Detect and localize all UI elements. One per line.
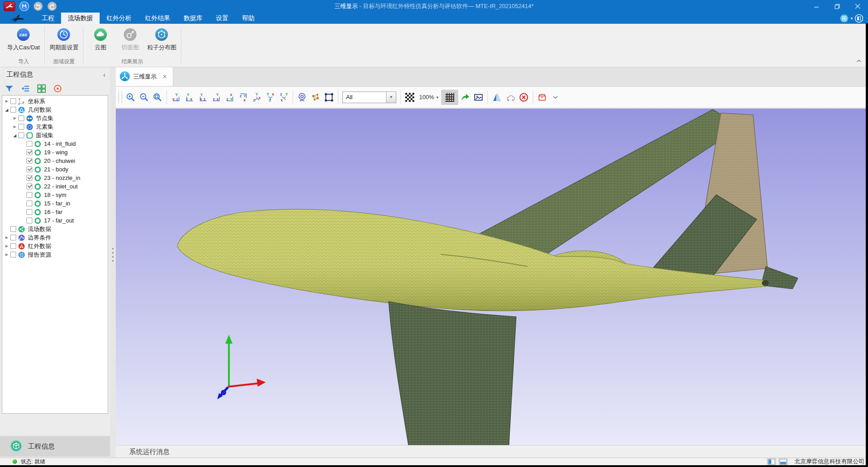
mirror-icon[interactable] [490, 90, 504, 105]
share-arrow-icon[interactable] [458, 90, 472, 105]
tree-checkbox[interactable] [26, 192, 32, 198]
menu-tab-数据库[interactable]: 数据库 [177, 13, 209, 24]
tree-checkbox[interactable] [10, 252, 16, 258]
expander-collapsed-icon[interactable]: ▶ [4, 236, 9, 240]
view-back-icon[interactable]: Yzx [183, 90, 196, 105]
combo-dropdown-button[interactable]: ▼ [386, 92, 396, 103]
expander-expanded-icon[interactable]: ◢ [4, 108, 9, 112]
view-iso-3-icon[interactable]: zYx [277, 90, 290, 105]
filter-funnel-icon[interactable] [4, 84, 14, 93]
expander-collapsed-icon[interactable]: ▶ [4, 253, 9, 257]
tree-item-21 - body[interactable]: 21 - body [2, 165, 108, 174]
zoom-out-icon[interactable] [137, 90, 151, 105]
viewport-3d[interactable] [116, 109, 868, 445]
expander-collapsed-icon[interactable]: ▶ [12, 125, 18, 129]
menu-tab-设置[interactable]: 设置 [209, 13, 235, 24]
zoom-level-dropdown[interactable]: 100%▾ [416, 90, 441, 105]
undo-button[interactable] [33, 1, 43, 11]
expander-collapsed-icon[interactable]: ▶ [12, 116, 18, 120]
tab-close-icon[interactable]: ✕ [162, 74, 167, 80]
view-right-icon[interactable]: Yzx [210, 90, 223, 105]
tree-item-元素集[interactable]: ▶元素集 [2, 122, 108, 131]
chevron-down-icon[interactable]: ▾ [850, 16, 853, 21]
tree-item-面域集[interactable]: ◢面域集 [2, 131, 108, 140]
grid-view-icon[interactable] [37, 84, 46, 93]
tree-checkbox[interactable] [26, 149, 32, 155]
message-panel-header[interactable]: 系统运行消息 [116, 445, 868, 458]
ribbon-collapse-button[interactable] [855, 58, 863, 64]
tree-checkbox[interactable] [26, 183, 32, 189]
export-image-icon[interactable] [472, 90, 485, 105]
layout-bottom-panel-icon[interactable] [778, 458, 788, 465]
ribbon-button-周期面设置[interactable]: 周期面设置 [49, 27, 79, 52]
tree-item-几何数据[interactable]: ◢几何数据 [2, 105, 108, 114]
view-iso-1-icon[interactable]: Yxz [250, 90, 263, 105]
tree-checkbox[interactable] [26, 166, 32, 172]
project-info-button[interactable]: 工程信息 [0, 436, 110, 457]
launch-jet-button[interactable] [4, 1, 15, 11]
tree-item-节点集[interactable]: ▶节点集 [2, 114, 108, 122]
ribbon-button-粒子分布图[interactable]: 粒子分布图 [147, 27, 176, 52]
filter-list-icon[interactable] [21, 84, 30, 93]
appearance-icon[interactable] [840, 14, 849, 23]
mesh-grid-icon[interactable] [441, 90, 458, 105]
tree-item-20 - chuiwei[interactable]: 20 - chuiwei [2, 157, 108, 165]
zoom-in-icon[interactable] [124, 90, 137, 105]
tree-checkbox[interactable] [26, 175, 32, 181]
tree-item-17 - far_out[interactable]: 17 - far_out [2, 216, 108, 225]
tree-checkbox[interactable] [10, 107, 16, 113]
tree-checkbox[interactable] [26, 141, 32, 147]
panel-splitter[interactable] [110, 67, 116, 458]
view-bottom-icon[interactable]: zYx [237, 90, 250, 105]
layout-left-panel-icon[interactable] [767, 458, 776, 465]
tree-item-14 - int_fluid[interactable]: 14 - int_fluid [2, 140, 108, 148]
menu-tab-帮助[interactable]: 帮助 [235, 13, 261, 24]
tree-item-15 - far_in[interactable]: 15 - far_in [2, 199, 108, 208]
tree-checkbox[interactable] [10, 98, 16, 104]
archive-box-icon[interactable] [535, 90, 549, 105]
view-top-icon[interactable]: xzY [223, 90, 237, 105]
display-filter-combo[interactable]: All▼ [342, 92, 396, 103]
menu-tab-工程[interactable]: 工程 [35, 13, 61, 24]
tree-checkbox[interactable] [10, 235, 16, 240]
tree-item-流场数据[interactable]: 流场数据 [2, 225, 108, 233]
view-front-icon[interactable]: Yxz [169, 90, 183, 105]
tree-item-16 - far[interactable]: 16 - far [2, 208, 108, 216]
minimize-button[interactable] [806, 0, 827, 13]
ribbon-button-云图[interactable]: 云图 [88, 27, 113, 52]
toolbar-drag-handle[interactable] [118, 92, 122, 103]
tab-3d-view[interactable]: 三维显示 ✕ [116, 67, 173, 86]
tree-checkbox[interactable] [26, 158, 32, 164]
tree-checkbox[interactable] [10, 226, 16, 232]
tree-item-报告资源[interactable]: ▶报告资源 [2, 250, 108, 259]
tree-item-23 - nozzle_in[interactable]: 23 - nozzle_in [2, 174, 108, 182]
manual-book-icon[interactable] [855, 14, 864, 23]
tree-item-边界条件[interactable]: ▶边界条件 [2, 233, 108, 242]
ribbon-button-导入Cas/Dat[interactable]: cas导入Cas/Dat [7, 27, 40, 52]
tree-checkbox[interactable] [26, 201, 32, 206]
checkerboard-icon[interactable] [403, 90, 416, 105]
menu-tab-流场数据[interactable]: 流场数据 [61, 13, 100, 24]
tree-checkbox[interactable] [18, 124, 24, 130]
tree-checkbox[interactable] [10, 243, 16, 249]
close-button[interactable] [847, 0, 868, 13]
expander-expanded-icon[interactable]: ◢ [12, 133, 18, 138]
probe-camera-icon[interactable] [295, 90, 309, 105]
cancel-icon[interactable] [517, 90, 530, 105]
save-button[interactable] [19, 1, 29, 11]
tree-checkbox[interactable] [26, 209, 32, 215]
select-box-icon[interactable] [322, 90, 336, 105]
view-left-icon[interactable]: Yxz [196, 90, 210, 105]
tree-checkbox[interactable] [18, 132, 24, 138]
menu-tab-红外结果[interactable]: 红外结果 [138, 13, 177, 24]
molecule-icon[interactable] [309, 90, 322, 105]
tree-item-红外数据[interactable]: ▶红外数据 [2, 242, 108, 250]
expander-collapsed-icon[interactable]: ▶ [4, 244, 9, 248]
tree-item-坐标系[interactable]: ▶Yzx坐标系 [2, 97, 108, 105]
tree-item-18 - sym[interactable]: 18 - sym [2, 191, 108, 199]
toolbar-chevron-down-icon[interactable] [549, 90, 562, 105]
view-iso-2-icon[interactable]: Yxz [263, 90, 277, 105]
expander-collapsed-icon[interactable]: ▶ [4, 99, 9, 103]
redo-button[interactable] [47, 1, 57, 11]
tree-checkbox[interactable] [18, 115, 24, 121]
